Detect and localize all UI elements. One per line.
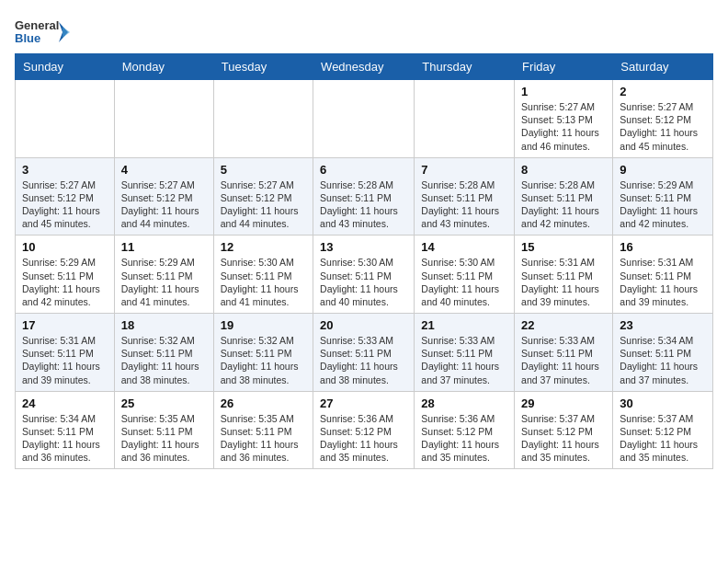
day-number: 2 <box>620 85 706 98</box>
calendar-cell <box>415 80 515 158</box>
day-number: 8 <box>521 163 606 177</box>
calendar-cell: 6Sunrise: 5:28 AM Sunset: 5:11 PM Daylig… <box>313 157 415 236</box>
day-info: Sunrise: 5:37 AM Sunset: 5:12 PM Dayligh… <box>620 412 706 465</box>
day-number: 28 <box>421 396 507 410</box>
day-info: Sunrise: 5:30 AM Sunset: 5:11 PM Dayligh… <box>421 256 507 308</box>
day-number: 18 <box>121 318 207 332</box>
col-header-friday: Friday <box>515 54 613 80</box>
day-number: 3 <box>22 163 108 177</box>
calendar-cell: 10Sunrise: 5:29 AM Sunset: 5:11 PM Dayli… <box>16 236 115 314</box>
calendar-cell: 23Sunrise: 5:34 AM Sunset: 5:11 PM Dayli… <box>613 314 713 392</box>
calendar-cell: 26Sunrise: 5:35 AM Sunset: 5:11 PM Dayli… <box>213 391 313 469</box>
day-info: Sunrise: 5:28 AM Sunset: 5:11 PM Dayligh… <box>320 178 407 231</box>
day-info: Sunrise: 5:37 AM Sunset: 5:12 PM Dayligh… <box>521 412 606 465</box>
calendar-cell: 28Sunrise: 5:36 AM Sunset: 5:12 PM Dayli… <box>415 391 515 469</box>
col-header-saturday: Saturday <box>613 54 713 80</box>
calendar-cell: 13Sunrise: 5:30 AM Sunset: 5:11 PM Dayli… <box>313 236 415 314</box>
day-info: Sunrise: 5:33 AM Sunset: 5:11 PM Dayligh… <box>320 334 407 386</box>
col-header-thursday: Thursday <box>415 54 515 80</box>
day-number: 11 <box>121 240 207 254</box>
svg-marker-3 <box>63 27 70 38</box>
calendar-cell: 4Sunrise: 5:27 AM Sunset: 5:12 PM Daylig… <box>114 157 213 236</box>
day-info: Sunrise: 5:35 AM Sunset: 5:11 PM Dayligh… <box>121 412 207 465</box>
day-info: Sunrise: 5:31 AM Sunset: 5:11 PM Dayligh… <box>620 256 706 308</box>
calendar-cell: 3Sunrise: 5:27 AM Sunset: 5:12 PM Daylig… <box>16 157 115 236</box>
day-number: 7 <box>421 163 507 177</box>
calendar-cell: 20Sunrise: 5:33 AM Sunset: 5:11 PM Dayli… <box>313 314 415 392</box>
calendar-cell: 27Sunrise: 5:36 AM Sunset: 5:12 PM Dayli… <box>313 391 415 469</box>
day-number: 23 <box>620 318 706 332</box>
day-info: Sunrise: 5:33 AM Sunset: 5:11 PM Dayligh… <box>421 334 507 386</box>
calendar-cell <box>16 80 115 158</box>
day-info: Sunrise: 5:30 AM Sunset: 5:11 PM Dayligh… <box>221 256 306 308</box>
calendar-cell: 24Sunrise: 5:34 AM Sunset: 5:11 PM Dayli… <box>16 391 115 469</box>
col-header-tuesday: Tuesday <box>213 54 313 80</box>
calendar-cell: 30Sunrise: 5:37 AM Sunset: 5:12 PM Dayli… <box>613 391 713 469</box>
day-info: Sunrise: 5:27 AM Sunset: 5:12 PM Dayligh… <box>22 178 108 231</box>
calendar-cell <box>114 80 213 158</box>
day-number: 30 <box>620 396 706 410</box>
day-number: 1 <box>521 85 606 98</box>
day-number: 29 <box>521 396 606 410</box>
day-number: 9 <box>620 163 706 177</box>
day-info: Sunrise: 5:27 AM Sunset: 5:13 PM Dayligh… <box>521 100 606 153</box>
day-info: Sunrise: 5:31 AM Sunset: 5:11 PM Dayligh… <box>521 256 606 308</box>
day-number: 19 <box>221 318 306 332</box>
day-number: 4 <box>121 163 207 177</box>
week-row-3: 10Sunrise: 5:29 AM Sunset: 5:11 PM Dayli… <box>16 236 713 314</box>
day-info: Sunrise: 5:34 AM Sunset: 5:11 PM Dayligh… <box>22 412 108 465</box>
day-number: 12 <box>221 240 306 254</box>
col-header-wednesday: Wednesday <box>313 54 415 80</box>
day-info: Sunrise: 5:31 AM Sunset: 5:11 PM Dayligh… <box>22 334 108 386</box>
calendar-cell: 29Sunrise: 5:37 AM Sunset: 5:12 PM Dayli… <box>515 391 613 469</box>
day-number: 5 <box>221 163 306 177</box>
day-info: Sunrise: 5:34 AM Sunset: 5:11 PM Dayligh… <box>620 334 706 386</box>
calendar-cell <box>213 80 313 158</box>
day-number: 14 <box>421 240 507 254</box>
calendar-cell: 16Sunrise: 5:31 AM Sunset: 5:11 PM Dayli… <box>613 236 713 314</box>
day-info: Sunrise: 5:29 AM Sunset: 5:11 PM Dayligh… <box>22 256 108 308</box>
logo: General Blue <box>15 15 70 50</box>
svg-text:General: General <box>15 18 59 32</box>
calendar-cell: 7Sunrise: 5:28 AM Sunset: 5:11 PM Daylig… <box>415 157 515 236</box>
day-info: Sunrise: 5:29 AM Sunset: 5:11 PM Dayligh… <box>620 178 706 231</box>
svg-text:Blue: Blue <box>15 31 40 45</box>
day-info: Sunrise: 5:30 AM Sunset: 5:11 PM Dayligh… <box>320 256 407 308</box>
calendar-cell: 2Sunrise: 5:27 AM Sunset: 5:12 PM Daylig… <box>613 80 713 158</box>
calendar-cell: 22Sunrise: 5:33 AM Sunset: 5:11 PM Dayli… <box>515 314 613 392</box>
calendar-cell: 17Sunrise: 5:31 AM Sunset: 5:11 PM Dayli… <box>16 314 115 392</box>
day-number: 17 <box>22 318 108 332</box>
calendar-cell: 18Sunrise: 5:32 AM Sunset: 5:11 PM Dayli… <box>114 314 213 392</box>
day-number: 21 <box>421 318 507 332</box>
day-info: Sunrise: 5:29 AM Sunset: 5:11 PM Dayligh… <box>121 256 207 308</box>
calendar-cell: 25Sunrise: 5:35 AM Sunset: 5:11 PM Dayli… <box>114 391 213 469</box>
calendar-cell: 5Sunrise: 5:27 AM Sunset: 5:12 PM Daylig… <box>213 157 313 236</box>
calendar-cell: 12Sunrise: 5:30 AM Sunset: 5:11 PM Dayli… <box>213 236 313 314</box>
day-info: Sunrise: 5:36 AM Sunset: 5:12 PM Dayligh… <box>421 412 507 465</box>
day-number: 25 <box>121 396 207 410</box>
day-number: 22 <box>521 318 606 332</box>
day-info: Sunrise: 5:27 AM Sunset: 5:12 PM Dayligh… <box>620 100 706 153</box>
header: General Blue <box>15 15 713 50</box>
day-info: Sunrise: 5:27 AM Sunset: 5:12 PM Dayligh… <box>221 178 306 231</box>
day-number: 27 <box>320 396 407 410</box>
day-number: 24 <box>22 396 108 410</box>
day-info: Sunrise: 5:32 AM Sunset: 5:11 PM Dayligh… <box>221 334 306 386</box>
day-number: 15 <box>521 240 606 254</box>
day-number: 20 <box>320 318 407 332</box>
week-row-5: 24Sunrise: 5:34 AM Sunset: 5:11 PM Dayli… <box>16 391 713 469</box>
logo-svg: General Blue <box>15 15 70 50</box>
day-info: Sunrise: 5:35 AM Sunset: 5:11 PM Dayligh… <box>221 412 306 465</box>
day-info: Sunrise: 5:32 AM Sunset: 5:11 PM Dayligh… <box>121 334 207 386</box>
calendar-cell: 14Sunrise: 5:30 AM Sunset: 5:11 PM Dayli… <box>415 236 515 314</box>
calendar-cell: 19Sunrise: 5:32 AM Sunset: 5:11 PM Dayli… <box>213 314 313 392</box>
day-info: Sunrise: 5:28 AM Sunset: 5:11 PM Dayligh… <box>521 178 606 231</box>
calendar-cell: 8Sunrise: 5:28 AM Sunset: 5:11 PM Daylig… <box>515 157 613 236</box>
calendar-cell: 11Sunrise: 5:29 AM Sunset: 5:11 PM Dayli… <box>114 236 213 314</box>
day-info: Sunrise: 5:28 AM Sunset: 5:11 PM Dayligh… <box>421 178 507 231</box>
calendar-cell: 9Sunrise: 5:29 AM Sunset: 5:11 PM Daylig… <box>613 157 713 236</box>
week-row-4: 17Sunrise: 5:31 AM Sunset: 5:11 PM Dayli… <box>16 314 713 392</box>
calendar-cell: 1Sunrise: 5:27 AM Sunset: 5:13 PM Daylig… <box>515 80 613 158</box>
col-header-sunday: Sunday <box>16 54 115 80</box>
calendar: SundayMondayTuesdayWednesdayThursdayFrid… <box>15 53 713 469</box>
